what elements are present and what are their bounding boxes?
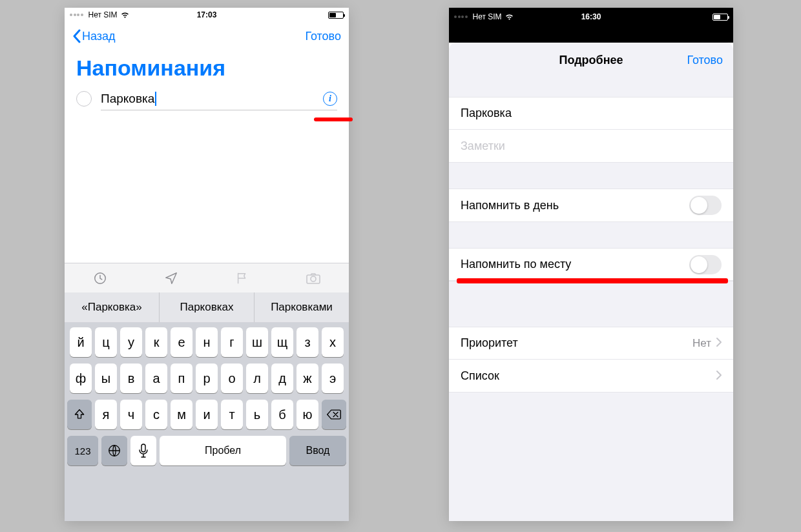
notes-placeholder: Заметки [461, 139, 505, 153]
backspace-icon [326, 409, 342, 420]
key[interactable]: ю [296, 400, 318, 429]
keyboard-row-2: ф ы в а п р о л д ж э [67, 363, 346, 393]
key[interactable]: ь [246, 400, 268, 429]
chevron-left-icon [72, 29, 81, 43]
info-button[interactable]: i [323, 92, 337, 106]
status-right [601, 14, 728, 21]
suggestion-1[interactable]: «Парковка» [65, 292, 160, 322]
priority-value: Нет [692, 337, 711, 350]
priority-label: Приоритет [461, 336, 518, 350]
key[interactable]: а [145, 363, 167, 393]
remind-day-label: Напомнить в день [461, 199, 559, 212]
flag-icon[interactable] [207, 271, 278, 285]
keyboard: й ц у к е н г ш щ з х ф ы в а п р о л д … [65, 322, 349, 521]
key[interactable]: з [296, 327, 318, 357]
reminder-text-input[interactable]: Парковка [101, 92, 323, 106]
battery-icon [713, 14, 728, 21]
done-button[interactable]: Готово [305, 30, 341, 43]
signal-dots-icon [454, 15, 468, 18]
suggestion-2[interactable]: Парковках [160, 292, 255, 322]
key[interactable]: ы [95, 363, 117, 393]
keyboard-row-4: 123 Пробел Ввод [67, 436, 346, 466]
quick-action-bar [65, 263, 349, 292]
key[interactable]: с [145, 400, 167, 429]
remind-location-row[interactable]: Напомнить по месту [449, 249, 733, 281]
nav-bar: Назад Готово [65, 22, 349, 50]
remind-day-group: Напомнить в день [449, 189, 733, 222]
key[interactable]: в [120, 363, 142, 393]
space-key[interactable]: Пробел [160, 436, 286, 466]
globe-icon [107, 444, 121, 458]
globe-key[interactable] [101, 436, 127, 466]
return-key[interactable]: Ввод [289, 436, 346, 466]
key[interactable]: э [322, 363, 344, 393]
priority-list-group: Приоритет Нет Список [449, 327, 733, 393]
back-label: Назад [82, 30, 116, 43]
clock-icon[interactable] [65, 271, 136, 285]
key[interactable]: л [246, 363, 268, 393]
remind-location-group: Напомнить по месту [449, 248, 733, 281]
suggestion-3[interactable]: Парковками [255, 292, 349, 322]
priority-row[interactable]: Приоритет Нет [449, 327, 733, 360]
chevron-right-icon [716, 369, 722, 383]
svg-point-2 [311, 276, 316, 281]
mic-icon [139, 444, 148, 458]
key[interactable]: у [120, 327, 142, 357]
back-button[interactable]: Назад [72, 29, 116, 43]
key[interactable]: к [145, 327, 167, 357]
group-gap [449, 77, 733, 97]
key[interactable]: я [95, 400, 117, 429]
key[interactable]: х [322, 327, 344, 357]
key[interactable]: т [221, 400, 243, 429]
key[interactable]: ч [120, 400, 142, 429]
wifi-icon [120, 12, 130, 19]
remind-day-switch[interactable] [689, 196, 722, 215]
details-sheet: Подробнее Готово Парковка Заметки Напомн… [449, 43, 733, 521]
key[interactable]: р [196, 363, 218, 393]
key[interactable]: ж [296, 363, 318, 393]
key[interactable]: ц [95, 327, 117, 357]
remind-location-switch[interactable] [689, 255, 722, 274]
carrier-label: Нет SIM [88, 10, 118, 19]
key[interactable]: м [171, 400, 192, 429]
annotation-underline-location [457, 278, 728, 283]
key[interactable]: ф [70, 363, 92, 393]
status-time: 16:30 [581, 12, 601, 21]
reminder-row[interactable]: Парковка i [65, 87, 349, 110]
shift-key[interactable] [67, 400, 92, 429]
sheet-title: Подробнее [559, 54, 623, 67]
sheet-done-button[interactable]: Готово [687, 54, 723, 67]
key[interactable]: й [70, 327, 92, 357]
reminder-checkbox[interactable] [76, 91, 92, 107]
key[interactable]: и [196, 400, 218, 429]
keyboard-row-1: й ц у к е н г ш щ з х [67, 327, 346, 357]
camera-icon[interactable] [278, 272, 349, 285]
key[interactable]: б [271, 400, 293, 429]
key[interactable]: п [171, 363, 192, 393]
remind-location-label: Напомнить по месту [461, 258, 571, 271]
svg-rect-4 [141, 444, 145, 452]
mic-key[interactable] [130, 436, 156, 466]
key[interactable]: о [221, 363, 243, 393]
list-label: Список [461, 369, 499, 383]
backspace-key[interactable] [322, 400, 346, 429]
remind-day-row[interactable]: Напомнить в день [449, 189, 733, 221]
location-icon[interactable] [136, 271, 207, 285]
keyboard-suggestions: «Парковка» Парковках Парковками [65, 292, 349, 322]
group-gap [449, 281, 733, 327]
key[interactable]: н [196, 327, 218, 357]
title-value: Парковка [461, 107, 512, 120]
numbers-key[interactable]: 123 [67, 436, 98, 466]
carrier-label: Нет SIM [473, 12, 502, 21]
key[interactable]: ш [246, 327, 268, 357]
notes-field[interactable]: Заметки [449, 130, 733, 162]
list-row[interactable]: Список [449, 360, 733, 392]
signal-dots-icon [70, 14, 83, 16]
status-right [216, 12, 344, 19]
shift-icon [73, 408, 86, 421]
title-field[interactable]: Парковка [449, 97, 733, 130]
key[interactable]: г [221, 327, 243, 357]
key[interactable]: щ [271, 327, 293, 357]
key[interactable]: е [171, 327, 192, 357]
key[interactable]: д [271, 363, 293, 393]
